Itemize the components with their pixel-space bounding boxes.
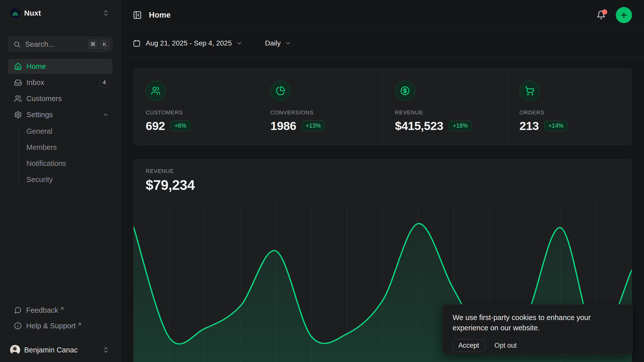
settings-subnav: General Members Notifications Security	[8, 123, 112, 188]
sidebar-item-settings[interactable]: Settings	[8, 107, 112, 122]
sidebar-item-label: Settings	[26, 111, 53, 119]
cookie-banner: We use first-party cookies to enhance yo…	[442, 304, 633, 354]
nuxt-logo-icon	[10, 8, 20, 18]
users-icon	[14, 95, 22, 103]
panel-left-close-icon	[133, 11, 142, 20]
home-icon	[14, 63, 22, 70]
avatar	[10, 345, 20, 355]
sidebar-item-security[interactable]: Security	[8, 171, 112, 188]
sidebar-user-section: Benjamin Canac	[0, 338, 120, 362]
search-icon	[13, 41, 21, 48]
inbox-icon	[14, 79, 22, 86]
sidebar-item-inbox[interactable]: Inbox 4	[8, 75, 112, 90]
stat-card-orders[interactable]: ORDERS 213 +14%	[507, 69, 632, 145]
stat-icon-chip	[270, 81, 291, 101]
stat-delta-badge: +18%	[449, 120, 472, 131]
date-range-value: Aug 21, 2025 - Sep 4, 2025	[146, 39, 232, 47]
sidebar-item-members[interactable]: Members	[8, 139, 112, 155]
sidebar-item-home[interactable]: Home	[8, 59, 112, 74]
info-circle-icon	[14, 322, 22, 330]
chevron-down-icon	[236, 40, 243, 47]
chevrons-up-down-icon	[102, 10, 109, 17]
cart-icon	[525, 86, 534, 96]
dollar-circle-icon	[400, 86, 410, 96]
sidebar-item-label: Help & Support	[26, 322, 76, 330]
plus-icon	[620, 11, 628, 19]
stat-icon-chip	[519, 81, 540, 101]
notifications-button[interactable]	[596, 10, 606, 20]
search-input[interactable]: Search... ⌘ K	[8, 37, 112, 52]
stat-card-customers[interactable]: CUSTOMERS 692 +6%	[134, 69, 258, 145]
opt-out-button[interactable]: Opt out	[495, 342, 517, 349]
stat-label: REVENUE	[395, 109, 507, 116]
granularity-value: Daily	[265, 39, 281, 47]
stat-card-conversions[interactable]: CONVERSIONS 1986 +13%	[258, 69, 383, 145]
sidebar-footer-links: Feedback Help & Support	[8, 302, 112, 338]
sidebar-item-feedback[interactable]: Feedback	[8, 302, 112, 318]
sidebar-item-label: Home	[26, 62, 46, 71]
stats-panel: CUSTOMERS 692 +6% CONVERSIONS 1986 +13%	[133, 68, 632, 145]
chevron-up-icon	[102, 111, 109, 118]
stat-label: CONVERSIONS	[270, 109, 383, 116]
stat-value: 692	[146, 119, 165, 133]
sidebar-item-label: Notifications	[26, 159, 66, 168]
workspace-name: Nuxt	[24, 9, 41, 17]
stat-delta-badge: +13%	[302, 120, 325, 131]
message-bubble-icon	[14, 306, 22, 314]
user-menu[interactable]: Benjamin Canac	[8, 342, 112, 358]
chart-total-value: $79,234	[146, 177, 632, 193]
stat-delta-badge: +6%	[171, 120, 190, 131]
cookie-message: We use first-party cookies to enhance yo…	[453, 312, 622, 333]
stat-value: 213	[519, 119, 539, 133]
users-icon	[151, 86, 160, 96]
stat-value: $415,523	[395, 119, 443, 133]
workspace-switcher[interactable]: Nuxt	[8, 6, 112, 20]
stat-value: 1986	[270, 119, 296, 133]
page-header: Home	[121, 0, 644, 30]
kbd-cmd: ⌘	[88, 40, 98, 49]
main-area: Home Aug 21, 2025 - Sep 4, 2025 Daily	[121, 0, 644, 362]
sidebar-item-notifications[interactable]: Notifications	[8, 155, 112, 171]
stat-delta-badge: +14%	[544, 120, 567, 131]
stat-icon-chip	[146, 81, 166, 101]
sidebar-nav: Home Inbox 4 Customers Settings	[8, 59, 112, 123]
accept-cookies-button[interactable]: Accept	[453, 339, 485, 352]
sidebar-item-label: General	[26, 127, 52, 135]
sidebar-item-help-support[interactable]: Help & Support	[8, 318, 112, 334]
gear-icon	[14, 111, 22, 119]
search-placeholder: Search...	[25, 40, 54, 49]
stat-label: CUSTOMERS	[146, 109, 258, 116]
stat-card-revenue[interactable]: REVENUE $415,523 +18%	[383, 69, 507, 145]
sidebar-item-label: Customers	[26, 95, 62, 103]
calendar-icon	[133, 39, 141, 47]
date-range-picker[interactable]: Aug 21, 2025 - Sep 4, 2025	[133, 39, 243, 47]
stat-label: ORDERS	[519, 109, 632, 116]
sidebar-item-label: Feedback	[26, 306, 58, 314]
user-name: Benjamin Canac	[24, 346, 78, 354]
pie-chart-icon	[276, 86, 285, 96]
filters-toolbar: Aug 21, 2025 - Sep 4, 2025 Daily	[121, 30, 644, 57]
external-link-icon	[60, 306, 64, 311]
granularity-select[interactable]: Daily	[265, 39, 291, 47]
sidebar-item-label: Inbox	[26, 78, 44, 87]
page-title: Home	[149, 11, 171, 20]
sidebar-item-label: Security	[26, 175, 53, 184]
sidebar-item-label: Members	[26, 143, 57, 152]
sidebar: Nuxt Search... ⌘ K Home Inbox 4 Customer…	[0, 0, 121, 362]
notification-dot	[602, 9, 607, 15]
chart-title: REVENUE	[146, 168, 632, 174]
external-link-icon	[77, 322, 82, 327]
sidebar-item-customers[interactable]: Customers	[8, 91, 112, 106]
chevrons-up-down-icon	[102, 346, 109, 353]
sidebar-item-general[interactable]: General	[8, 123, 112, 139]
inbox-count-badge: 4	[100, 78, 109, 87]
stat-icon-chip	[395, 81, 415, 101]
kbd-k: K	[100, 40, 109, 49]
chevron-down-icon	[285, 40, 291, 47]
collapse-sidebar-button[interactable]	[133, 11, 142, 20]
add-button[interactable]	[616, 7, 632, 23]
